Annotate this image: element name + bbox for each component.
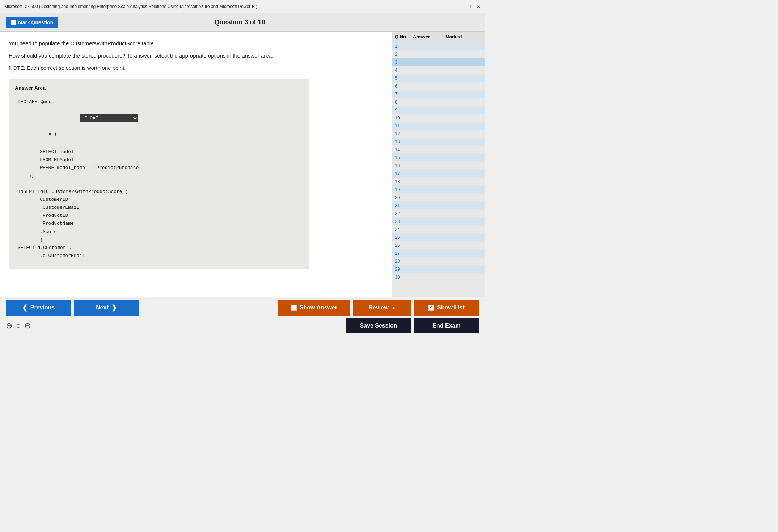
question-row-num: 1 xyxy=(395,43,413,49)
code-line-customeremail: ,CustomerEmail xyxy=(29,204,300,212)
question-row-num: 11 xyxy=(395,123,413,128)
question-row[interactable]: 4 xyxy=(392,66,485,74)
question-line3: NOTE: Each correct selection is worth on… xyxy=(9,64,383,72)
question-row-num: 12 xyxy=(395,131,413,136)
question-row-num: 5 xyxy=(395,75,413,81)
question-row[interactable]: 7 xyxy=(392,90,485,98)
minimize-button[interactable]: — xyxy=(457,4,462,9)
main-area: You need to populate the CustomersWithPr… xyxy=(0,32,485,297)
question-row[interactable]: 8 xyxy=(392,98,485,106)
review-arrow-icon: ▲ xyxy=(392,305,396,310)
question-row[interactable]: 3 xyxy=(392,58,485,66)
question-row[interactable]: 20 xyxy=(392,193,485,201)
question-row[interactable]: 12 xyxy=(392,130,485,138)
question-row[interactable]: 5 xyxy=(392,74,485,82)
action-row: ⊕ ○ ⊖ Save Session End Exam xyxy=(0,318,485,333)
question-row-num: 4 xyxy=(395,67,413,73)
question-row-num: 15 xyxy=(395,155,413,160)
close-button[interactable]: ✕ xyxy=(477,4,481,9)
question-row-num: 16 xyxy=(395,163,413,168)
show-answer-button[interactable]: Show Answer xyxy=(278,300,350,316)
type-select[interactable]: ▼ BIT FLOAT NVARCHAR(1000) VARBINARY(max… xyxy=(80,114,138,122)
question-row[interactable]: 15 xyxy=(392,153,485,161)
question-row[interactable]: 6 xyxy=(392,82,485,90)
question-row-num: 14 xyxy=(395,147,413,152)
question-row[interactable]: 30 xyxy=(392,273,485,281)
next-arrow-icon: ❯ xyxy=(111,304,117,312)
code-line-score: ,Score xyxy=(29,228,300,236)
zoom-reset-button[interactable]: ○ xyxy=(16,321,21,330)
type-dropdown[interactable]: ▼ BIT FLOAT NVARCHAR(1000) VARBINARY(max… xyxy=(46,106,138,130)
answer-area-label: Answer Area xyxy=(15,85,303,91)
question-row[interactable]: 27 xyxy=(392,249,485,257)
question-row[interactable]: 16 xyxy=(392,161,485,169)
end-exam-button[interactable]: End Exam xyxy=(414,318,479,333)
question-list-scroll[interactable]: 1 2 3 4 5 6 7 8 xyxy=(392,42,485,297)
maximize-button[interactable]: □ xyxy=(468,4,471,9)
code-line-insert: INSERT INTO CustomersWithProductScore ( xyxy=(18,188,300,196)
question-row-num: 18 xyxy=(395,179,413,184)
question-panel: You need to populate the CustomersWithPr… xyxy=(0,32,392,297)
bottom-toolbar: ❮ Previous Next ❯ Show Answer Review ▲ S… xyxy=(0,297,485,333)
col-marked-header: Marked xyxy=(445,34,474,39)
question-row[interactable]: 14 xyxy=(392,145,485,153)
question-row-num: 6 xyxy=(395,83,413,89)
show-list-checkbox-icon xyxy=(428,305,434,311)
question-row[interactable]: 2 xyxy=(392,50,485,58)
question-row[interactable]: 29 xyxy=(392,265,485,273)
question-row[interactable]: 1 xyxy=(392,42,485,50)
code-line-select: SELECT model xyxy=(29,148,300,156)
next-label: Next xyxy=(96,304,109,311)
show-answer-checkbox-icon xyxy=(291,305,297,311)
question-row-num: 8 xyxy=(395,99,413,105)
show-answer-label: Show Answer xyxy=(300,304,337,311)
side-panel-header: Q No. Answer Marked xyxy=(392,32,485,42)
question-row[interactable]: 10 xyxy=(392,114,485,122)
code-area: DECLARE @model ▼ BIT FLOAT NVARCHAR(1000… xyxy=(15,95,303,263)
question-row[interactable]: 19 xyxy=(392,185,485,193)
question-row-num: 3 xyxy=(395,59,413,65)
show-list-button[interactable]: Show List xyxy=(414,300,479,316)
side-panel: Q No. Answer Marked 1 2 3 4 5 6 xyxy=(392,32,485,297)
question-row-num: 7 xyxy=(395,91,413,97)
question-line2: How should you complete the stored proce… xyxy=(9,51,383,60)
mark-question-button[interactable]: Mark Question xyxy=(6,17,58,28)
save-session-label: Save Session xyxy=(360,322,397,329)
question-row[interactable]: 13 xyxy=(392,138,485,145)
question-row-num: 26 xyxy=(395,242,413,248)
answer-area-container: Answer Area DECLARE @model ▼ BIT FLOAT N… xyxy=(9,79,309,269)
question-row-num: 30 xyxy=(395,274,413,280)
question-row-num: 27 xyxy=(395,250,413,256)
title-bar: Microsoft DP-500 (Designing and Implemen… xyxy=(0,0,485,13)
zoom-controls: ⊕ ○ ⊖ xyxy=(6,321,31,330)
zoom-in-button[interactable]: ⊕ xyxy=(6,321,12,330)
question-row[interactable]: 17 xyxy=(392,169,485,177)
zoom-out-button[interactable]: ⊖ xyxy=(24,321,31,330)
show-list-label: Show List xyxy=(437,304,465,311)
question-row-num: 28 xyxy=(395,258,413,264)
mark-question-label: Mark Question xyxy=(18,20,53,25)
next-button[interactable]: Next ❯ xyxy=(74,300,139,316)
mark-checkbox-icon xyxy=(11,20,16,25)
review-dropdown[interactable]: Review ▲ xyxy=(353,300,411,316)
question-row[interactable]: 22 xyxy=(392,209,485,217)
previous-button[interactable]: ❮ Previous xyxy=(6,300,71,316)
question-row[interactable]: 23 xyxy=(392,217,485,225)
question-row[interactable]: 26 xyxy=(392,241,485,249)
question-row[interactable]: 24 xyxy=(392,225,485,233)
question-row[interactable]: 21 xyxy=(392,201,485,209)
question-row-num: 9 xyxy=(395,107,413,113)
question-row[interactable]: 28 xyxy=(392,257,485,265)
question-row-num: 10 xyxy=(395,115,413,121)
code-line-select2: SELECT d.CustomerID xyxy=(18,244,300,252)
code-line-1: DECLARE @model ▼ BIT FLOAT NVARCHAR(1000… xyxy=(18,98,300,147)
question-row[interactable]: 18 xyxy=(392,177,485,185)
question-row[interactable]: 11 xyxy=(392,122,485,130)
question-row-num: 21 xyxy=(395,203,413,208)
save-session-button[interactable]: Save Session xyxy=(346,318,411,333)
question-row[interactable]: 25 xyxy=(392,233,485,241)
question-row-num: 19 xyxy=(395,187,413,192)
question-title: Question 3 of 10 xyxy=(215,18,265,26)
question-row[interactable]: 9 xyxy=(392,106,485,114)
code-line-productname: ,ProductName xyxy=(29,220,300,228)
